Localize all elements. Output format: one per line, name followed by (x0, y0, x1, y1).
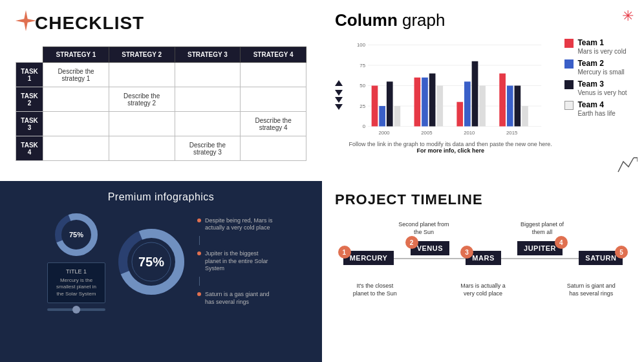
svg-rect-24 (479, 86, 486, 127)
svg-marker-0 (16, 10, 36, 31)
svg-rect-18 (429, 74, 436, 127)
q3-bullet-item: Despite being red, Mars is actually a ve… (197, 217, 275, 232)
corner-icon (617, 155, 638, 176)
strategy-cell: Describe the strategy 2 (109, 87, 175, 112)
venus-num: 2 (405, 236, 418, 249)
snowflake-icon: ✳ (622, 8, 634, 25)
svg-text:50: 50 (360, 83, 365, 89)
strategy-cell (43, 112, 109, 136)
donut-large: 75% (116, 226, 187, 297)
svg-rect-17 (422, 78, 428, 127)
svg-text:2005: 2005 (421, 130, 432, 136)
infographics-panel: Premium infographics 75% TITLE 1 Mercury… (0, 181, 322, 362)
info-box: TITLE 1 Mercury is the smallest planet i… (47, 262, 105, 303)
slider[interactable] (47, 308, 105, 311)
task-cell: TASK 3 (16, 112, 43, 136)
planet-name-mercury: MERCURY (350, 254, 388, 262)
q1-title: CHECKLIST (35, 13, 144, 34)
svg-text:2010: 2010 (464, 130, 475, 136)
donut-small-pct: 75% (69, 231, 83, 239)
q3-bullet-item: Jupiter is the biggest planet in the ent… (197, 250, 275, 273)
col-strategy3: STRATEGY 3 (175, 47, 241, 63)
col-strategy1: STRATEGY 1 (43, 47, 109, 63)
mercury-num: 1 (338, 246, 351, 259)
svg-text:100: 100 (357, 42, 365, 48)
bullet-text: Jupiter is the biggest planet in the ent… (205, 250, 275, 273)
planet-name-mars: MARS (472, 254, 494, 262)
strategy-cell (241, 136, 306, 161)
project-timeline-panel: PROJECT TIMELINE Second planet from the … (322, 181, 644, 362)
svg-text:75: 75 (360, 63, 365, 69)
svg-rect-22 (464, 81, 471, 126)
svg-rect-16 (414, 78, 421, 127)
venus-node: VENUS 2 (411, 241, 449, 255)
bar-chart: 02550751002000200520102015 (344, 36, 557, 136)
donut-small: 75% (54, 212, 99, 257)
saturn-num: 5 (615, 246, 628, 259)
task-cell: TASK 1 (16, 63, 43, 87)
mercury-desc: It's the closest planet to the Sun (349, 282, 401, 297)
legend-item: Team 3Venus is very hot (564, 80, 631, 96)
column-graph-panel: ✳ Column graph 0255075100200020052010201… (322, 0, 644, 181)
jupiter-node: JUPITER 4 (517, 241, 563, 255)
strategy-cell: Describe the strategy 3 (175, 136, 241, 161)
nav-arrows[interactable] (335, 80, 343, 110)
info-box-text: Mercury is the smallest planet in the So… (54, 277, 98, 297)
svg-rect-29 (522, 106, 528, 126)
jupiter-num: 4 (555, 236, 568, 249)
bullet-text: Despite being red, Mars is actually a ve… (205, 217, 275, 232)
info-box-title: TITLE 1 (54, 268, 98, 275)
strategy-cell (175, 112, 241, 136)
col-strategy2: STRATEGY 2 (109, 47, 175, 63)
svg-rect-11 (372, 86, 378, 127)
planet-name-saturn: SATURN (585, 254, 616, 262)
svg-text:0: 0 (363, 123, 365, 129)
planet-name-venus: VENUS (417, 244, 443, 252)
saturn-node: SATURN 5 (579, 251, 623, 265)
saturn-desc: Saturn is giant and has several rings (565, 282, 617, 297)
svg-rect-14 (394, 106, 401, 126)
q2-legend: Team 1Mars is very coldTeam 2Mercury is … (564, 36, 631, 154)
strategy-cell: Describe the strategy 1 (43, 63, 109, 87)
svg-rect-27 (507, 86, 513, 127)
q3-bullet-item: Saturn is a gas giant and has several ri… (197, 291, 275, 306)
strategy-cell: Describe the strategy 4 (241, 112, 306, 136)
svg-rect-13 (387, 81, 393, 126)
strategy-cell (241, 87, 306, 112)
timeline: Second planet from the Sun Biggest plane… (335, 221, 631, 298)
donut-large-pct: 75% (138, 254, 164, 269)
strategy-cell (43, 87, 109, 112)
strategy-cell (109, 112, 175, 136)
svg-rect-19 (436, 86, 443, 127)
mars-desc: Mars is actually a very cold place (457, 282, 509, 297)
spark-icon (14, 9, 38, 32)
legend-item: Team 2Mercury is small (564, 59, 631, 76)
legend-item: Team 1Mars is very cold (564, 38, 631, 55)
q3-title: Premium infographics (13, 191, 309, 203)
strategy-cell (175, 63, 241, 87)
svg-text:2015: 2015 (506, 130, 517, 136)
svg-rect-12 (379, 106, 385, 126)
q2-title: Column graph (335, 10, 631, 30)
svg-rect-26 (499, 74, 506, 127)
checklist-panel: CHECKLIST STRATEGY 1 STRATEGY 2 STRATEGY… (0, 0, 322, 181)
q4-title: PROJECT TIMELINE (335, 191, 631, 208)
strategy-cell (241, 63, 306, 87)
svg-rect-23 (472, 61, 478, 127)
col-strategy4: STRATEGY 4 (241, 47, 306, 63)
svg-text:2000: 2000 (378, 130, 389, 136)
svg-rect-21 (456, 102, 463, 127)
legend-item: Team 4Earth has life (564, 100, 631, 117)
strategy-cell (175, 87, 241, 112)
svg-text:25: 25 (360, 103, 365, 109)
mercury-node: MERCURY 1 (343, 251, 394, 265)
q2-caption: Follow the link in the graph to modify i… (344, 141, 557, 154)
q3-bullets: Despite being red, Mars is actually a ve… (197, 217, 275, 306)
checklist-table: STRATEGY 1 STRATEGY 2 STRATEGY 3 STRATEG… (16, 47, 306, 161)
more-info-link[interactable]: For more info, click here (416, 147, 484, 154)
svg-rect-28 (515, 86, 521, 127)
strategy-cell (43, 136, 109, 161)
bullet-text: Saturn is a gas giant and has several ri… (205, 291, 275, 306)
jupiter-note: Biggest planet of them all (517, 221, 568, 236)
mars-num: 3 (460, 246, 473, 259)
